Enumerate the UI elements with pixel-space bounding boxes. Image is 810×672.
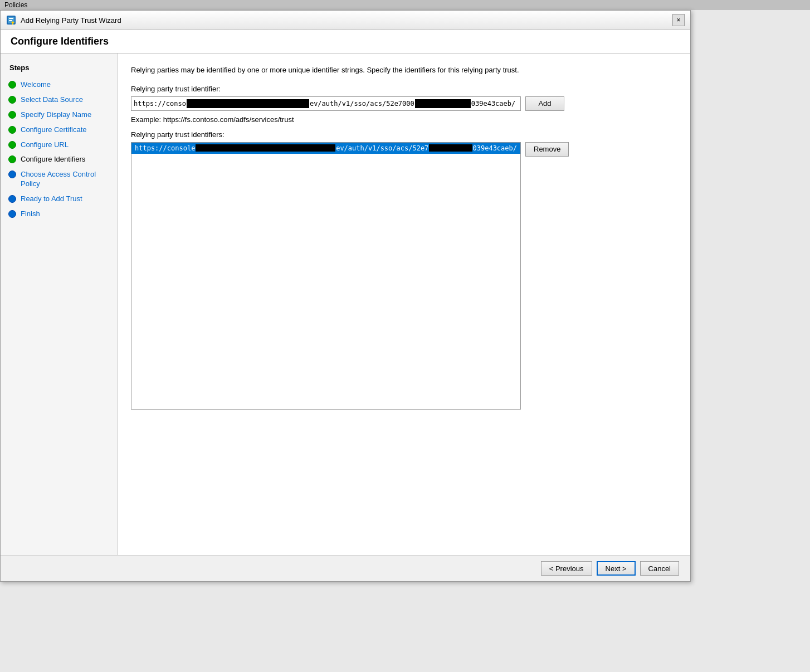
svg-rect-3 <box>9 20 12 21</box>
sidebar-item-choose-access-control: Choose Access Control Policy <box>1 167 117 192</box>
identifier-input-row: https://conso ev/auth/v1/sso/acs/52e7000… <box>131 96 677 111</box>
step-label-ready-to-add: Ready to Add Trust <box>21 194 82 204</box>
identifiers-row: https://console ev/auth/v1/sso/acs/52e7 … <box>131 142 677 410</box>
id-prefix: https://console <box>135 144 195 152</box>
close-button[interactable]: × <box>672 14 685 26</box>
sidebar-item-ready-to-add: Ready to Add Trust <box>1 192 117 207</box>
id-redact2 <box>429 144 472 152</box>
dialog-title: Add Relying Party Trust Wizard <box>21 16 121 25</box>
step-dot-specify-display-name <box>8 111 16 119</box>
sidebar-item-configure-certificate: Configure Certificate <box>1 123 117 138</box>
step-label-welcome: Welcome <box>21 80 51 90</box>
wizard-dialog: Add Relying Party Trust Wizard × Configu… <box>0 10 691 582</box>
identifier-input-container[interactable]: https://conso ev/auth/v1/sso/acs/52e7000… <box>131 96 521 111</box>
identifier-content: https://console ev/auth/v1/sso/acs/52e7 … <box>135 144 517 152</box>
sidebar-item-configure-identifiers: Configure Identifiers <box>1 152 117 167</box>
step-label-select-data-source: Select Data Source <box>21 95 83 105</box>
step-dot-choose-access-control <box>8 171 16 178</box>
sidebar-item-configure-url: Configure URL <box>1 138 117 153</box>
identifier-input-end: 039e43caeb/ <box>471 100 515 108</box>
step-dot-select-data-source <box>8 96 16 104</box>
top-bar-text: Policies <box>4 1 27 9</box>
step-label-finish: Finish <box>21 210 40 219</box>
previous-button[interactable]: < Previous <box>541 561 592 576</box>
top-bar: Policies <box>0 0 810 10</box>
step-dot-ready-to-add <box>8 195 16 203</box>
identifier-field-label: Relying party trust identifier: <box>131 85 677 93</box>
example-text: Example: https://fs.contoso.com/adfs/ser… <box>131 115 677 124</box>
step-dot-finish <box>8 210 16 218</box>
step-label-choose-access-control: Choose Access Control Policy <box>21 170 111 189</box>
add-button[interactable]: Add <box>525 96 564 111</box>
id-end: 039e43caeb/ <box>473 144 517 152</box>
step-dot-configure-certificate <box>8 126 16 134</box>
svg-rect-2 <box>9 18 13 19</box>
step-label-specify-display-name: Specify Display Name <box>21 110 91 120</box>
identifiers-list[interactable]: https://console ev/auth/v1/sso/acs/52e7 … <box>131 142 521 410</box>
next-button[interactable]: Next > <box>597 561 636 576</box>
main-panel: Relying parties may be identified by one… <box>118 53 690 555</box>
dialog-content: Steps Welcome Select Data Source Specify… <box>1 53 690 555</box>
step-label-configure-url: Configure URL <box>21 140 69 150</box>
page-title: Configure Identifiers <box>11 36 680 47</box>
list-item[interactable]: https://console ev/auth/v1/sso/acs/52e7 … <box>131 143 520 154</box>
id-redact <box>196 144 335 152</box>
cancel-button[interactable]: Cancel <box>640 561 679 576</box>
description-text: Relying parties may be identified by one… <box>131 65 532 76</box>
identifiers-label: Relying party trust identifiers: <box>131 130 677 139</box>
identifier-input-redact <box>187 99 309 108</box>
steps-panel: Steps Welcome Select Data Source Specify… <box>1 53 118 555</box>
sidebar-item-finish: Finish <box>1 207 117 222</box>
dialog-footer: < Previous Next > Cancel <box>1 555 690 581</box>
sidebar-item-specify-display-name: Specify Display Name <box>1 108 117 123</box>
remove-button[interactable]: Remove <box>525 142 569 157</box>
step-dot-configure-identifiers <box>8 155 16 163</box>
step-dot-configure-url <box>8 141 16 149</box>
sidebar-item-select-data-source: Select Data Source <box>1 92 117 108</box>
identifier-input-redact2 <box>415 99 471 108</box>
step-label-configure-certificate: Configure Certificate <box>21 125 87 135</box>
identifier-input-prefix: https://conso <box>134 100 186 108</box>
step-dot-welcome <box>8 81 16 89</box>
sidebar-item-welcome: Welcome <box>1 77 117 92</box>
id-mid: ev/auth/v1/sso/acs/52e7 <box>336 144 428 152</box>
identifier-input-suffix: ev/auth/v1/sso/acs/52e7000 <box>310 100 414 108</box>
dialog-title-left: Add Relying Party Trust Wizard <box>6 15 121 25</box>
steps-header: Steps <box>1 61 117 77</box>
dialog-titlebar: Add Relying Party Trust Wizard × <box>1 11 690 30</box>
page-title-bar: Configure Identifiers <box>1 30 690 53</box>
wizard-icon <box>6 15 16 25</box>
step-label-configure-identifiers: Configure Identifiers <box>21 155 85 164</box>
